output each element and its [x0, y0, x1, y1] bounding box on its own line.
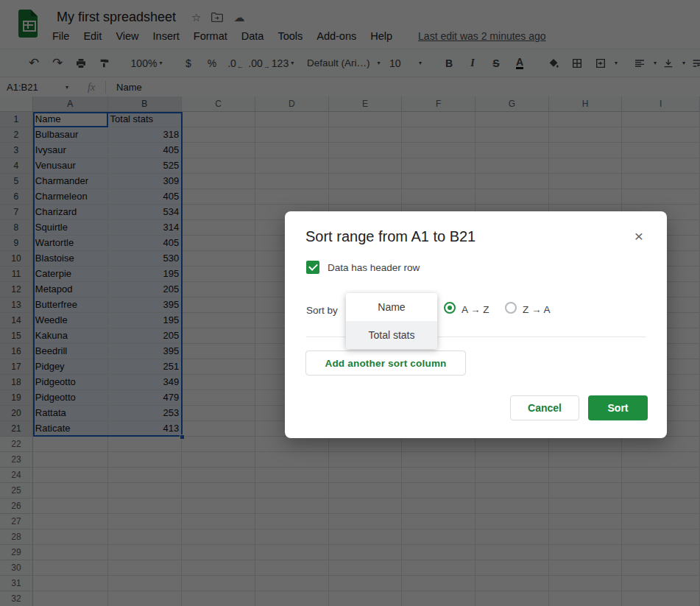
sort-by-label: Sort by: [306, 305, 338, 316]
header-row-checkbox-label[interactable]: Data has header row: [328, 262, 420, 273]
header-row-checkbox[interactable]: [306, 261, 319, 274]
radio-ascending[interactable]: [444, 302, 456, 314]
dropdown-option-name[interactable]: Name: [346, 293, 437, 321]
cancel-button[interactable]: Cancel: [510, 395, 579, 420]
radio-descending[interactable]: [505, 302, 517, 314]
sort-range-dialog: Sort range from A1 to B21 × Data has hea…: [285, 211, 667, 438]
dropdown-option-total-stats[interactable]: Total stats: [346, 321, 437, 349]
sort-button[interactable]: Sort: [588, 395, 648, 420]
close-icon[interactable]: ×: [634, 229, 643, 244]
add-sort-column-button[interactable]: Add another sort column: [305, 350, 466, 376]
sort-column-dropdown-menu: NameTotal stats: [346, 293, 437, 349]
dialog-title: Sort range from A1 to B21: [305, 228, 475, 245]
radio-ascending-label[interactable]: A → Z: [462, 304, 489, 315]
radio-descending-label[interactable]: Z → A: [523, 304, 551, 315]
